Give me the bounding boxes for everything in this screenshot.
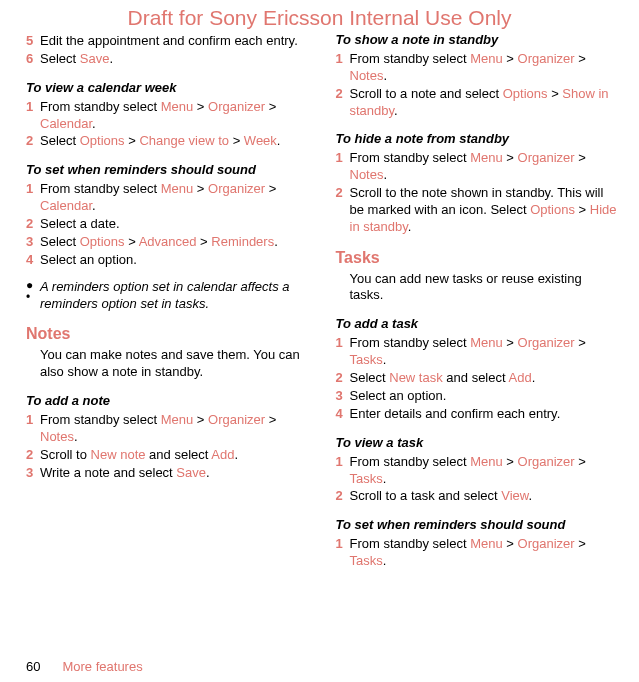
step: 2 Scroll to a task and select View.: [336, 488, 620, 505]
step-number: 1: [26, 99, 40, 133]
step: 2 Select a date.: [26, 216, 310, 233]
menu-link: Tasks: [350, 352, 383, 367]
sub-heading: To add a task: [336, 316, 620, 333]
step-number: 1: [336, 51, 350, 85]
menu-link: Organizer: [208, 99, 265, 114]
menu-link: Menu: [470, 150, 503, 165]
sub-heading: To add a note: [26, 393, 310, 410]
step-text: From standby select Menu > Organizer > N…: [350, 51, 620, 85]
step-text: Edit the appointment and confirm each en…: [40, 33, 310, 50]
step-text: From standby select Menu > Organizer > C…: [40, 181, 310, 215]
menu-link: Menu: [161, 181, 194, 196]
info-icon: ●•: [26, 279, 40, 303]
menu-link: Menu: [470, 51, 503, 66]
sub-heading: To show a note in standby: [336, 32, 620, 49]
menu-link: Menu: [470, 536, 503, 551]
step-number: 1: [336, 454, 350, 488]
section-paragraph: You can make notes and save them. You ca…: [26, 347, 310, 381]
step-text: Scroll to the note shown in standby. Thi…: [350, 185, 620, 236]
menu-link: Organizer: [518, 51, 575, 66]
step-number: 1: [336, 150, 350, 184]
footer-section: More features: [62, 659, 142, 674]
menu-link: Options: [80, 133, 125, 148]
step-number: 2: [26, 133, 40, 150]
sub-heading: To set when reminders should sound: [26, 162, 310, 179]
step-number: 2: [26, 447, 40, 464]
page-footer: 60More features: [26, 659, 143, 676]
step-text: Select an option.: [40, 252, 310, 269]
step-text: Select Save.: [40, 51, 310, 68]
step-number: 2: [336, 86, 350, 120]
menu-link: Notes: [350, 167, 384, 182]
step: 1 From standby select Menu > Organizer >…: [26, 181, 310, 215]
note-callout: ●• A reminders option set in calendar af…: [26, 279, 310, 313]
menu-link: Add: [509, 370, 532, 385]
menu-link: Save: [176, 465, 206, 480]
step-number: 3: [26, 465, 40, 482]
watermark-text: Draft for Sony Ericsson Internal Use Onl…: [0, 4, 639, 31]
step: 3 Select Options > Advanced > Reminders.: [26, 234, 310, 251]
step: 5 Edit the appointment and confirm each …: [26, 33, 310, 50]
sub-heading: To hide a note from standby: [336, 131, 620, 148]
menu-link: Organizer: [518, 150, 575, 165]
step: 2 Scroll to the note shown in standby. T…: [336, 185, 620, 236]
menu-link: Menu: [470, 335, 503, 350]
menu-link: Reminders: [211, 234, 274, 249]
step-text: Select New task and select Add.: [350, 370, 620, 387]
menu-link: Add: [211, 447, 234, 462]
step-number: 3: [26, 234, 40, 251]
menu-link: Organizer: [208, 181, 265, 196]
step-text: Select Options > Advanced > Reminders.: [40, 234, 310, 251]
step-text: Scroll to a note and select Options > Sh…: [350, 86, 620, 120]
step: 1 From standby select Menu > Organizer >…: [336, 536, 620, 570]
step: 4 Select an option.: [26, 252, 310, 269]
step-text: From standby select Menu > Organizer > T…: [350, 335, 620, 369]
menu-link: Options: [530, 202, 575, 217]
step-number: 4: [336, 406, 350, 423]
step-text: Scroll to a task and select View.: [350, 488, 620, 505]
step: 3 Write a note and select Save.: [26, 465, 310, 482]
menu-link: Save: [80, 51, 110, 66]
section-heading: Notes: [26, 324, 310, 345]
step: 4 Enter details and confirm each entry.: [336, 406, 620, 423]
step-text: From standby select Menu > Organizer > T…: [350, 454, 620, 488]
step-number: 1: [26, 412, 40, 446]
step-text: Select an option.: [350, 388, 620, 405]
step: 6 Select Save.: [26, 51, 310, 68]
sub-heading: To set when reminders should sound: [336, 517, 620, 534]
step-number: 6: [26, 51, 40, 68]
step-text: From standby select Menu > Organizer > C…: [40, 99, 310, 133]
step-text: From standby select Menu > Organizer > T…: [350, 536, 620, 570]
content-columns: 5 Edit the appointment and confirm each …: [0, 0, 639, 571]
menu-link: Calendar: [40, 116, 92, 131]
section-paragraph: You can add new tasks or reuse existing …: [336, 271, 620, 305]
step: 1 From standby select Menu > Organizer >…: [336, 51, 620, 85]
step-number: 5: [26, 33, 40, 50]
step: 2 Select New task and select Add.: [336, 370, 620, 387]
menu-link: Organizer: [518, 335, 575, 350]
step-number: 2: [336, 488, 350, 505]
step-text: Write a note and select Save.: [40, 465, 310, 482]
sub-heading: To view a calendar week: [26, 80, 310, 97]
menu-link: Tasks: [350, 553, 383, 568]
note-text: A reminders option set in calendar affec…: [40, 279, 310, 313]
step-number: 3: [336, 388, 350, 405]
sub-heading: To view a task: [336, 435, 620, 452]
step-text: Enter details and confirm each entry.: [350, 406, 620, 423]
menu-link: Notes: [350, 68, 384, 83]
step-number: 4: [26, 252, 40, 269]
menu-link: Menu: [161, 99, 194, 114]
step: 2 Scroll to a note and select Options > …: [336, 86, 620, 120]
menu-link: View: [501, 488, 528, 503]
step-number: 2: [26, 216, 40, 233]
menu-link: New note: [91, 447, 146, 462]
menu-link: New task: [389, 370, 442, 385]
menu-link: Change view to: [139, 133, 229, 148]
menu-link: Options: [503, 86, 548, 101]
step: 2 Scroll to New note and select Add.: [26, 447, 310, 464]
step-text: From standby select Menu > Organizer > N…: [40, 412, 310, 446]
menu-link: Options: [80, 234, 125, 249]
menu-link: Advanced: [139, 234, 197, 249]
left-column: 5 Edit the appointment and confirm each …: [26, 32, 310, 571]
step-text: Select a date.: [40, 216, 310, 233]
